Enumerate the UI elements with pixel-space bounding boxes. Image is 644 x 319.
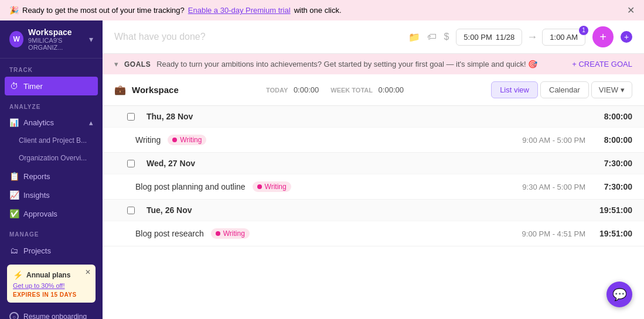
annual-plans-title: Annual plans bbox=[26, 271, 70, 279]
main-content: What have you done? 📁 🏷 $ 5:00 PM 11/28 … bbox=[103, 20, 644, 319]
view-label: VIEW bbox=[599, 85, 618, 94]
add-entry-button[interactable]: + bbox=[592, 26, 614, 47]
goals-text: Ready to turn your ambitions into achiev… bbox=[156, 60, 537, 68]
resume-onboarding-btn[interactable]: ○ Resume onboarding bbox=[0, 307, 103, 319]
annual-plans-icon: ⚡ bbox=[13, 270, 23, 280]
projects-label: Projects bbox=[23, 246, 51, 255]
top-banner: 🎉 Ready to get the most out of your time… bbox=[0, 0, 644, 20]
approvals-label: Approvals bbox=[23, 210, 57, 218]
sidebar-item-org-overview[interactable]: Organization Overvi... bbox=[0, 149, 103, 167]
time-entry: Blog post planning and outline Writing 9… bbox=[103, 174, 644, 199]
chat-icon: 💬 bbox=[612, 287, 627, 301]
entry-tag[interactable]: Writing bbox=[168, 135, 206, 145]
calendar-button[interactable]: Calendar bbox=[540, 81, 589, 98]
timer-label: Timer bbox=[23, 82, 43, 91]
analytics-label: Analytics bbox=[23, 118, 54, 127]
entry-left: Blog post research Writing bbox=[135, 228, 250, 239]
org-name: 9MILICA9'S ORGANIZ... bbox=[28, 37, 89, 51]
entry-duration: 19:51:00 bbox=[597, 229, 632, 238]
day-checkbox[interactable] bbox=[127, 160, 135, 167]
day-date: Wed, 27 Nov bbox=[146, 159, 195, 168]
sidebar-item-approvals[interactable]: ✅ Approvals bbox=[0, 204, 103, 223]
create-goal-button[interactable]: + CREATE GOAL bbox=[572, 60, 632, 68]
tag-icon[interactable]: 🏷 bbox=[427, 32, 437, 42]
day-checkbox[interactable] bbox=[127, 207, 135, 214]
entry-tag-label: Writing bbox=[223, 229, 245, 238]
entry-duration: 8:00:00 bbox=[597, 135, 632, 145]
sidebar-header: W Workspace 9MILICA9'S ORGANIZ... ▾ bbox=[0, 20, 103, 59]
analyze-section-label: ANALYZE bbox=[0, 95, 103, 114]
annual-plans-close-icon[interactable]: ✕ bbox=[85, 268, 91, 276]
day-total: 8:00:00 bbox=[604, 112, 632, 121]
end-time-box[interactable]: 1:00 AM 1 bbox=[542, 29, 585, 46]
banner-emoji: 🎉 bbox=[9, 6, 19, 15]
insights-icon: 📈 bbox=[9, 190, 19, 200]
resume-onboarding-label: Resume onboarding bbox=[23, 313, 87, 319]
add-small-button[interactable]: + bbox=[621, 31, 632, 43]
chat-button[interactable]: 💬 bbox=[606, 282, 632, 307]
banner-close-icon[interactable]: ✕ bbox=[627, 5, 635, 16]
time-entry: Blog post research Writing 9:00 PM - 4:5… bbox=[103, 221, 644, 246]
day-checkbox[interactable] bbox=[127, 113, 135, 121]
sidebar-item-timer[interactable]: ⏱ Timer bbox=[5, 77, 98, 95]
sidebar-logo: W bbox=[9, 31, 23, 47]
sidebar-item-insights[interactable]: 📈 Insights bbox=[0, 186, 103, 204]
sidebar-item-client-project[interactable]: Client and Project B... bbox=[0, 132, 103, 149]
banner-suffix: with one click. bbox=[294, 6, 342, 15]
entry-tag[interactable]: Writing bbox=[253, 181, 291, 192]
sidebar-item-projects[interactable]: 🗂 Projects bbox=[0, 241, 103, 260]
entry-name: Writing bbox=[135, 135, 161, 145]
entry-tag-label: Writing bbox=[265, 183, 287, 191]
workspace-icon: 💼 bbox=[114, 84, 126, 95]
org-overview-label: Organization Overvi... bbox=[19, 154, 87, 162]
entry-left: Blog post planning and outline Writing bbox=[135, 181, 291, 192]
view-chevron-icon: ▾ bbox=[621, 85, 625, 94]
track-section-label: TRACK bbox=[0, 59, 103, 77]
entry-time-range: 9:00 AM - 5:00 PM bbox=[522, 136, 585, 145]
manage-section-label: MANAGE bbox=[0, 223, 103, 241]
what-done-input[interactable]: What have you done? bbox=[114, 32, 206, 42]
time-range: 5:00 PM 11/28 → 1:00 AM 1 bbox=[456, 29, 585, 46]
day-group: Tue, 26 Nov 19:51:00 Blog post research … bbox=[103, 200, 644, 246]
sidebar: W Workspace 9MILICA9'S ORGANIZ... ▾ TRAC… bbox=[0, 20, 103, 319]
start-time-box[interactable]: 5:00 PM 11/28 bbox=[456, 29, 522, 46]
onboarding-circle-icon: ○ bbox=[9, 312, 19, 319]
entry-tag-label: Writing bbox=[180, 136, 202, 144]
chevron-down-icon[interactable]: ▾ bbox=[89, 35, 93, 44]
chevron-up-icon: ▴ bbox=[89, 118, 93, 127]
entry-dot bbox=[257, 184, 262, 189]
entry-tag[interactable]: Writing bbox=[211, 228, 250, 239]
view-dropdown-button[interactable]: VIEW ▾ bbox=[591, 81, 632, 98]
entry-name: Blog post research bbox=[135, 229, 204, 238]
goals-toggle-icon[interactable]: ▾ bbox=[114, 60, 118, 68]
start-date: 11/28 bbox=[496, 33, 515, 42]
workspace-stats: TODAY 0:00:00 WEEK TOTAL 0:00:00 bbox=[266, 85, 404, 94]
folder-icon[interactable]: 📁 bbox=[408, 32, 420, 43]
day-group: Wed, 27 Nov 7:30:00 Blog post planning a… bbox=[103, 153, 644, 200]
annual-plans-link[interactable]: Get up to 30% off! bbox=[13, 282, 64, 289]
day-total: 7:30:00 bbox=[604, 159, 632, 168]
entry-name: Blog post planning and outline bbox=[135, 182, 246, 191]
entry-left: Writing Writing bbox=[135, 135, 206, 145]
list-view-button[interactable]: List view bbox=[491, 81, 538, 98]
entry-duration: 7:30:00 bbox=[597, 182, 632, 191]
workspace-actions: List view Calendar VIEW ▾ bbox=[491, 81, 632, 98]
sidebar-item-reports[interactable]: 📋 Reports bbox=[0, 167, 103, 186]
banner-link[interactable]: Enable a 30-day Premium trial bbox=[188, 6, 291, 15]
day-header: Tue, 26 Nov 19:51:00 bbox=[103, 200, 644, 221]
arrow-icon: → bbox=[527, 31, 537, 43]
projects-icon: 🗂 bbox=[9, 246, 19, 255]
goals-label: GOALS bbox=[124, 60, 151, 68]
time-entry: Writing Writing 9:00 AM - 5:00 PM 8:00:0… bbox=[103, 127, 644, 152]
workspace-title: Workspace bbox=[132, 85, 179, 95]
day-header: Wed, 27 Nov 7:30:00 bbox=[103, 153, 644, 174]
dollar-icon[interactable]: $ bbox=[444, 32, 449, 42]
end-time: 1:00 AM bbox=[550, 33, 578, 42]
insights-label: Insights bbox=[23, 191, 50, 200]
day-header: Thu, 28 Nov 8:00:00 bbox=[103, 106, 644, 127]
banner-text: Ready to get the most out of your time t… bbox=[22, 6, 185, 15]
timer-icon: ⏱ bbox=[9, 81, 19, 91]
sidebar-item-analytics[interactable]: 📊 Analytics ▴ bbox=[0, 114, 103, 132]
workspace-header: 💼 Workspace TODAY 0:00:00 WEEK TOTAL 0:0… bbox=[103, 74, 644, 106]
analytics-icon: 📊 bbox=[9, 118, 19, 127]
